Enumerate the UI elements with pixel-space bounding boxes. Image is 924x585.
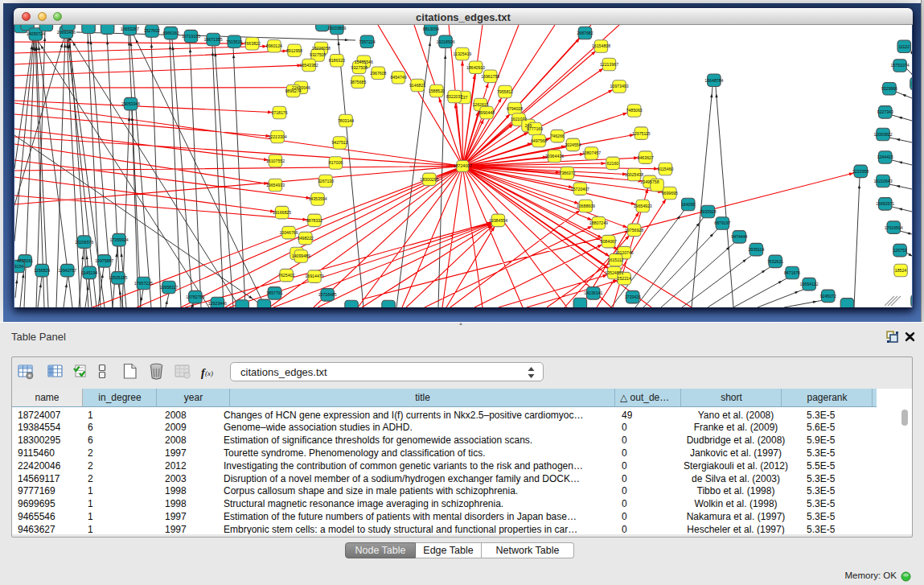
- svg-text:14099489: 14099489: [292, 253, 310, 258]
- svg-text:10120746: 10120746: [615, 250, 634, 255]
- svg-text:2718176: 2718176: [271, 110, 287, 115]
- svg-text:16671355: 16671355: [204, 37, 223, 42]
- svg-text:16782759: 16782759: [186, 295, 204, 299]
- svg-text:9777169: 9777169: [527, 126, 543, 131]
- svg-text:252214: 252214: [618, 276, 631, 281]
- svg-text:19384554: 19384554: [489, 218, 507, 223]
- svg-text:23495758: 23495758: [640, 179, 659, 184]
- svg-text:3215958: 3215958: [852, 169, 869, 174]
- svg-text:16210643: 16210643: [873, 179, 892, 183]
- svg-text:12923446: 12923446: [208, 301, 227, 306]
- svg-text:6966160: 6966160: [162, 31, 179, 35]
- svg-text:746266: 746266: [550, 134, 564, 138]
- svg-text:39154: 39154: [14, 264, 23, 269]
- svg-text:9146821: 9146821: [409, 83, 425, 88]
- svg-text:1615112: 1615112: [608, 257, 624, 262]
- svg-text:10653267: 10653267: [121, 27, 139, 31]
- svg-text:3024554: 3024554: [565, 142, 581, 147]
- svg-text:19654923: 19654923: [634, 204, 652, 208]
- svg-text:2935114: 2935114: [748, 247, 764, 252]
- svg-text:15751074: 15751074: [891, 63, 910, 68]
- svg-text:11325419: 11325419: [454, 51, 472, 56]
- svg-text:9857791: 9857791: [266, 290, 282, 295]
- svg-text:18640910: 18640910: [466, 65, 485, 70]
- svg-text:16914479: 16914479: [305, 274, 323, 278]
- svg-text:1145194: 1145194: [81, 270, 97, 275]
- svg-text:9227343: 9227343: [877, 109, 893, 114]
- svg-text:817006: 817006: [329, 160, 343, 165]
- svg-text:7485063: 7485063: [626, 108, 642, 113]
- svg-text:8813054: 8813054: [423, 27, 439, 31]
- svg-text:9463627: 9463627: [638, 155, 654, 160]
- svg-text:18724007: 18724007: [454, 163, 472, 168]
- svg-text:7803144: 7803144: [338, 118, 354, 123]
- svg-text:10807457: 10807457: [582, 150, 601, 155]
- svg-text:17359924: 17359924: [110, 237, 129, 242]
- svg-text:3267130: 3267130: [318, 179, 334, 183]
- svg-text:5933928: 5933928: [700, 209, 716, 214]
- svg-text:12505185: 12505185: [109, 275, 127, 280]
- svg-text:9327508: 9327508: [351, 65, 368, 70]
- svg-text:17016504: 17016504: [885, 225, 903, 230]
- svg-text:10025438: 10025438: [625, 172, 643, 177]
- svg-text:1588520: 1588520: [429, 89, 445, 93]
- svg-text:20364436: 20364436: [545, 154, 564, 159]
- svg-text:18807249: 18807249: [589, 220, 608, 225]
- svg-text:7357224: 7357224: [359, 39, 375, 44]
- svg-text:15226058: 15226058: [312, 46, 331, 51]
- svg-text:1733426: 1733426: [625, 295, 641, 299]
- svg-text:8186323: 8186323: [329, 58, 345, 63]
- svg-text:9245072: 9245072: [820, 294, 836, 299]
- svg-text:13325: 13325: [911, 81, 912, 86]
- svg-text:14136141: 14136141: [584, 290, 602, 295]
- svg-text:1621072: 1621072: [511, 117, 527, 122]
- svg-text:8912958: 8912958: [286, 48, 302, 53]
- svg-text:9427512: 9427512: [331, 140, 347, 145]
- svg-text:16033809: 16033809: [327, 26, 346, 31]
- svg-text:7663822: 7663822: [244, 41, 261, 46]
- svg-text:2687682: 2687682: [577, 31, 593, 35]
- svg-text:(x): (x): [205, 369, 213, 377]
- svg-text:9329966: 9329966: [881, 86, 897, 91]
- svg-text:1527602: 1527602: [144, 28, 160, 33]
- svg-text:9327505: 9327505: [310, 52, 326, 57]
- svg-text:19218506: 19218506: [436, 39, 454, 44]
- svg-text:126753: 126753: [893, 248, 906, 253]
- svg-text:62160: 62160: [607, 161, 619, 166]
- svg-text:3875685: 3875685: [350, 80, 366, 84]
- svg-text:18524: 18524: [895, 268, 907, 273]
- svg-text:10719155: 10719155: [182, 34, 200, 39]
- svg-text:13524851: 13524851: [605, 270, 623, 275]
- svg-text:9084067: 9084067: [601, 239, 617, 244]
- svg-text:16648784: 16648784: [704, 78, 723, 83]
- svg-text:19975887: 19975887: [95, 258, 113, 263]
- svg-text:8878332: 8878332: [306, 218, 322, 223]
- svg-text:9474444: 9474444: [731, 234, 747, 239]
- svg-text:8960124: 8960124: [266, 43, 282, 48]
- svg-text:10654122: 10654122: [800, 282, 819, 286]
- svg-text:7632621: 7632621: [767, 259, 783, 264]
- svg-text:16154808: 16154808: [592, 43, 610, 48]
- svg-text:10046766: 10046766: [279, 230, 298, 235]
- svg-text:7515526: 7515526: [226, 39, 242, 44]
- svg-text:15716485: 15716485: [318, 292, 337, 297]
- svg-text:3498222: 3498222: [298, 236, 314, 241]
- svg-text:7955812: 7955812: [497, 89, 513, 94]
- svg-text:7625402: 7625402: [278, 273, 294, 278]
- svg-text:19654933: 19654933: [266, 183, 285, 187]
- svg-text:15692971: 15692971: [876, 201, 894, 206]
- svg-text:1262615: 1262615: [472, 102, 488, 107]
- svg-text:6699695: 6699695: [662, 191, 678, 196]
- svg-text:18300295: 18300295: [420, 177, 438, 182]
- svg-text:20691406: 20691406: [57, 30, 76, 35]
- svg-text:14353594: 14353594: [308, 196, 326, 201]
- svg-text:12213967: 12213967: [600, 62, 618, 67]
- svg-text:16961758: 16961758: [481, 74, 499, 79]
- svg-text:19166825: 19166825: [273, 210, 291, 215]
- svg-text:29053346: 29053346: [121, 101, 140, 106]
- svg-text:11122: 11122: [898, 44, 910, 49]
- svg-text:12975115: 12975115: [632, 131, 651, 136]
- svg-text:8454749: 8454749: [390, 75, 406, 80]
- svg-text:17957225: 17957225: [134, 281, 153, 286]
- svg-text:20206576: 20206576: [75, 240, 93, 245]
